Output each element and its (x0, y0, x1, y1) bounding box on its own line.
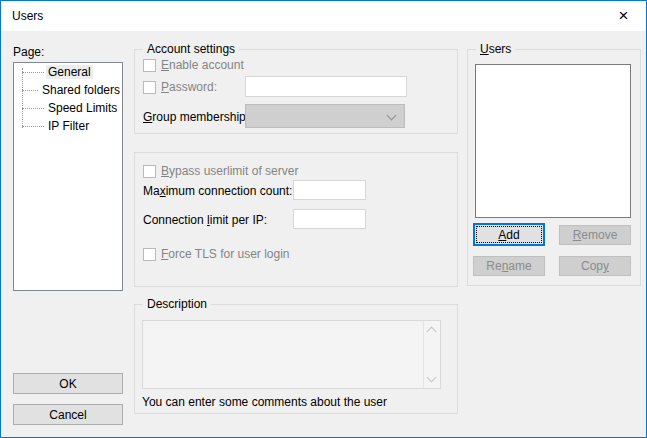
chevron-down-icon (387, 111, 397, 121)
ok-button[interactable]: OK (13, 373, 123, 394)
max-connections-input (293, 180, 366, 200)
tree-item-speed-limits[interactable]: Speed Limits (14, 99, 122, 117)
bypass-userlimit-checkbox (143, 165, 156, 178)
close-icon: × (619, 7, 629, 24)
titlebar: Users × (1, 1, 646, 31)
tree-connector (22, 72, 44, 73)
close-button[interactable]: × (601, 1, 646, 30)
window-title: Users (12, 1, 43, 31)
bypass-userlimit-label: Bypass userlimit of server (161, 164, 298, 178)
ip-limit-input (293, 209, 366, 229)
tree-connector (22, 108, 44, 109)
tree-item-general[interactable]: General (14, 63, 122, 81)
tree-item-label: Shared folders (40, 83, 122, 97)
enable-account-label: Enable account (161, 58, 244, 72)
force-tls-checkbox (143, 248, 156, 261)
users-dialog: Users × Page: General Shared folders Spe… (0, 0, 647, 438)
users-listbox[interactable] (475, 64, 631, 218)
tree-item-label: General (46, 65, 93, 79)
tree-connector (22, 126, 44, 127)
description-title: Description (143, 297, 211, 311)
description-value (143, 321, 440, 325)
group-membership-label: Group membership: (143, 110, 249, 124)
users-group-title: Users (476, 42, 515, 56)
account-settings-title: Account settings (143, 42, 239, 56)
tree-connector (22, 90, 38, 91)
group-membership-combobox (245, 104, 405, 128)
rename-button: Rename (473, 256, 545, 276)
password-input (245, 76, 407, 97)
page-label: Page: (13, 45, 44, 59)
cancel-button[interactable]: Cancel (13, 404, 123, 425)
max-connections-label: Maximum connection count: (143, 184, 292, 198)
force-tls-label: Force TLS for user login (161, 247, 290, 261)
scrollbar-down-icon (427, 373, 437, 383)
description-textarea (142, 320, 441, 389)
password-checkbox (143, 81, 156, 94)
remove-button: Remove (559, 225, 631, 245)
copy-button: Copy (559, 256, 631, 276)
tree-item-label: IP Filter (46, 119, 91, 133)
add-button[interactable]: Add (473, 223, 545, 246)
password-label: Password: (161, 80, 217, 94)
page-tree: General Shared folders Speed Limits IP F… (13, 62, 123, 291)
description-scrollbar (423, 321, 440, 388)
enable-account-checkbox (143, 59, 156, 72)
ip-limit-label: Connection limit per IP: (143, 213, 267, 227)
tree-item-shared-folders[interactable]: Shared folders (14, 81, 122, 99)
tree-item-ip-filter[interactable]: IP Filter (14, 117, 122, 135)
scrollbar-up-icon (427, 327, 437, 337)
description-hint: You can enter some comments about the us… (142, 395, 387, 409)
tree-item-label: Speed Limits (46, 101, 119, 115)
